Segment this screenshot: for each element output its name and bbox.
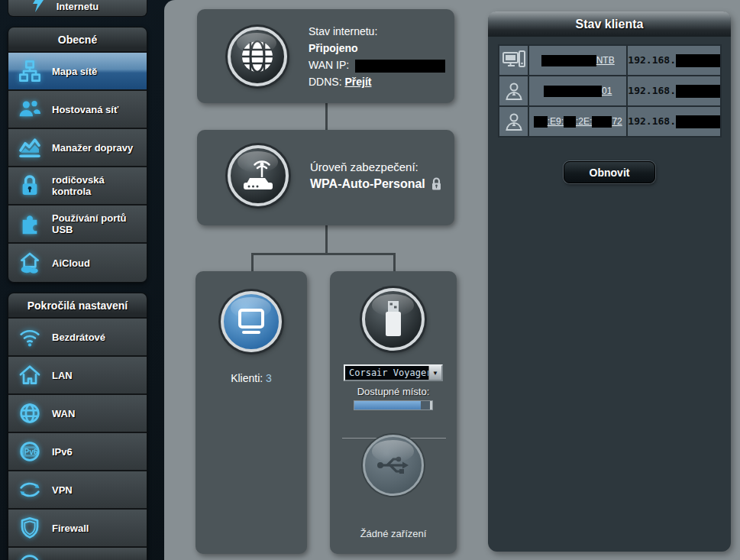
client-name-redacted [544,86,602,97]
user-icon [504,81,524,101]
sidebar-item-firewall[interactable]: Firewall [8,510,147,548]
security-level-label: Úroveň zabezpečení: [310,159,442,176]
connector-line [251,253,254,273]
clients-count: 3 [266,372,272,384]
sidebar-item-guest-network[interactable]: Hostovaná síť [8,91,147,129]
clients-card[interactable]: Klienti: 3 [196,271,307,554]
guest-network-icon [18,97,42,121]
sidebar-item-label: Firewall [52,523,142,534]
security-level-value: WPA-Auto-Personal [310,176,425,193]
client-ip-prefix: 192.168. [628,85,676,96]
client-mac-redacted [564,116,576,128]
usb-port-button[interactable] [363,435,424,496]
globe-icon [18,401,42,426]
sidebar-item-label: LAN [52,370,142,381]
lock-icon [431,177,442,191]
client-ip-redacted [676,85,720,98]
sidebar-item-lan[interactable]: LAN [8,357,147,395]
client-ip-redacted [676,115,720,128]
sidebar-item-label: Používání portů USB [52,212,142,235]
sidebar-section-advanced: Pokročilá nastavení Bezdrátové LAN [8,293,147,560]
wan-ip-row: WAN IP: [309,57,445,73]
internet-globe-button[interactable] [228,27,287,86]
sidebar-item-internet-setup[interactable]: Internetu [8,0,147,17]
sidebar-item-label: Manažer dopravy [52,142,142,154]
client-ip-prefix: 192.168. [628,115,676,127]
sidebar-item-wireless[interactable]: Bezdrátové [8,319,147,357]
sidebar-item-administration-partial[interactable] [8,548,147,560]
shield-icon [18,516,42,540]
sidebar-item-label: VPN [52,484,142,496]
sidebar-item-parental-control[interactable]: rodičovská kontrola [8,167,147,206]
sidebar-item-usb-application[interactable]: Používání portů USB [8,206,147,244]
client-table: NTB 192.168. 01 192.168 [498,44,722,138]
ddns-row: DDNS: Přejít [309,73,445,90]
sidebar-item-label: Bezdrátové [52,332,142,343]
usb-disk-button[interactable] [362,288,425,351]
ipv6-icon: IPv6 [18,439,42,464]
sidebar-item-traffic-manager[interactable]: Manažer dopravy [8,129,147,167]
client-mac-part[interactable]: :2E: [576,116,592,127]
usb-card[interactable]: Corsair Voyager ▼ Dostupné místo: Žádné … [330,271,457,554]
client-ip-redacted [676,54,720,67]
clients-button[interactable] [221,291,282,352]
usb-space-used [354,401,421,409]
table-row[interactable]: 01 192.168. [499,76,721,106]
user-icon [504,112,524,131]
usb-puzzle-icon [18,212,42,236]
sidebar-item-vpn[interactable]: VPN [8,471,147,510]
table-row[interactable]: NTB 192.168. [499,45,721,76]
quick-setup-bolt-icon [30,0,47,12]
ddns-label: DDNS: [309,76,342,88]
wan-ip-redacted [355,60,445,73]
usb-space-label: Dostupné místo: [330,386,457,397]
internet-status-card[interactable]: Stav internetu: Připojeno WAN IP: DDNS: … [197,9,454,103]
computer-icon [502,50,525,70]
internet-status-value: Připojeno [309,40,445,57]
ddns-go-link[interactable]: Přejít [344,76,371,88]
client-mac-redacted [592,116,612,128]
wifi-icon [18,325,42,349]
client-ip-prefix: 192.168. [628,54,676,66]
table-row[interactable]: :E9::2E:72 192.168. [499,106,721,137]
sidebar: Internetu Obecné Mapa sítě Hostovaná síť [8,0,147,560]
sidebar-item-ipv6[interactable]: IPv6 IPv6 [8,433,147,471]
sidebar-section-header: Pokročilá nastavení [8,293,147,319]
sidebar-section-general: Obecné Mapa sítě Hostovaná síť [8,27,147,283]
client-name-link[interactable]: NTB [596,55,615,66]
connector-line [325,103,328,131]
clients-label: Klienti: [231,372,263,384]
monitor-icon [234,306,268,337]
globe-icon [240,39,275,74]
parental-lock-icon [18,173,42,198]
client-mac-part[interactable]: 72 [612,116,622,127]
sidebar-item-label: rodičovská kontrola [52,174,142,197]
usb-device-select[interactable]: Corsair Voyager ▼ [344,364,443,381]
security-card[interactable]: Úroveň zabezpečení: WPA-Auto-Personal [197,130,454,225]
refresh-button[interactable]: Obnovit [564,161,655,183]
sidebar-item-network-map[interactable]: Mapa sítě [8,53,147,91]
usb-stick-icon [382,299,405,339]
select-arrow-icon[interactable]: ▼ [428,366,441,380]
sidebar-item-label: WAN [52,408,142,419]
client-status-title: Stav klienta [488,11,731,37]
internet-status-label: Stav internetu: [309,23,445,40]
home-icon [18,363,42,387]
client-mac-redacted [534,116,548,128]
sidebar-item-wan[interactable]: WAN [8,395,147,433]
client-status-panel: Stav klienta NTB 192.168. [488,11,731,552]
client-mac-part[interactable]: :E9: [548,116,564,127]
sidebar-item-aicloud[interactable]: AiCloud [8,244,147,282]
sidebar-item-label: Hostovaná síť [52,104,142,115]
client-name-redacted [541,55,596,66]
aicloud-icon [18,251,42,275]
connector-line [325,225,328,254]
sidebar-item-label: AiCloud [52,257,142,269]
router-security-button[interactable] [228,145,289,206]
client-name-link[interactable]: 01 [602,86,612,96]
usb-device-selected-value: Corsair Voyager [345,367,428,378]
connector-line [393,253,396,273]
wan-ip-label: WAN IP: [309,59,349,71]
administration-icon [18,551,42,560]
traffic-chart-icon [18,135,42,160]
